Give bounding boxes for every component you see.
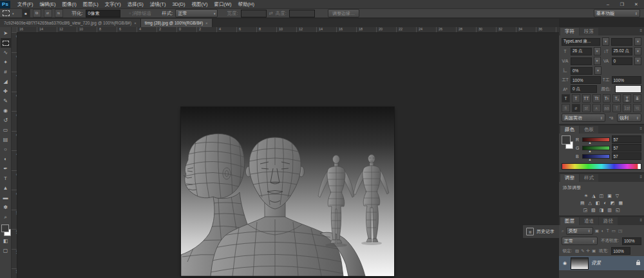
tab-路径[interactable]: 路径 bbox=[599, 217, 618, 225]
panel-menu-icon[interactable]: ≡ bbox=[639, 218, 642, 222]
selection-intersect-button[interactable]: ⧅ bbox=[55, 9, 63, 17]
brush-tool[interactable]: ✎ bbox=[1, 96, 11, 106]
exposure-icon[interactable]: ▣ bbox=[607, 194, 612, 199]
hue-saturation-icon[interactable]: ▤ bbox=[580, 201, 585, 206]
baseline-shift-input[interactable]: 0 点 bbox=[571, 85, 597, 93]
channel-slider[interactable]: ▲ bbox=[582, 146, 610, 150]
panel-menu-icon[interactable]: ≡ bbox=[639, 175, 642, 179]
channel-value-input[interactable]: 57 bbox=[612, 135, 642, 143]
selection-subtract-button[interactable]: ⧄ bbox=[44, 9, 52, 17]
spot-healing-tool[interactable]: ✚ bbox=[1, 86, 11, 96]
tab-样式[interactable]: 样式 bbox=[580, 174, 598, 182]
foreground-color-swatch[interactable] bbox=[562, 135, 571, 144]
lock-pixels-icon[interactable]: ✎ bbox=[581, 248, 584, 253]
move-tool[interactable]: ➤ bbox=[1, 28, 11, 38]
leading-dropdown-icon[interactable]: ▼ bbox=[634, 47, 641, 55]
filter-type-icon[interactable]: T bbox=[607, 228, 609, 233]
threshold-icon[interactable]: ◨ bbox=[600, 208, 604, 213]
gradient-map-icon[interactable]: ▥ bbox=[607, 208, 612, 213]
vertical-ruler[interactable]: 86420246810121416 bbox=[12, 32, 17, 278]
screen-mode-button[interactable]: ▢ bbox=[1, 246, 11, 255]
type-style-button-1[interactable]: T bbox=[572, 94, 580, 103]
eyedropper-tool[interactable]: ◢ bbox=[1, 77, 11, 86]
history-brush-tool[interactable]: ↺ bbox=[1, 115, 11, 125]
tab-close-icon[interactable]: × bbox=[205, 21, 208, 25]
height-input[interactable] bbox=[289, 10, 315, 17]
proportional-spacing-dropdown-icon[interactable]: ▼ bbox=[594, 66, 601, 75]
font-family-dropdown-icon[interactable]: ▼ bbox=[602, 37, 609, 46]
menu-滤镜(T)[interactable]: 滤镜(T) bbox=[147, 1, 169, 8]
color-balance-icon[interactable]: △ bbox=[589, 201, 592, 206]
workspace-select[interactable]: 基本功能⇕ bbox=[594, 9, 640, 17]
type-style-button-4[interactable]: T¹ bbox=[603, 94, 611, 103]
channel-value-input[interactable]: 57 bbox=[612, 144, 642, 152]
menu-文件(F)[interactable]: 文件(F) bbox=[14, 1, 37, 8]
blur-tool[interactable]: ○ bbox=[1, 144, 11, 154]
tab-段落[interactable]: 段落 bbox=[580, 28, 598, 35]
layer-visibility-eye-icon[interactable]: ◉ bbox=[562, 261, 568, 266]
proportional-spacing-input[interactable]: 0% bbox=[571, 67, 592, 75]
tab-色板[interactable]: 色板 bbox=[580, 126, 598, 134]
feather-input[interactable]: 0像素 bbox=[86, 10, 120, 17]
minimize-button[interactable]: – bbox=[604, 2, 612, 6]
opentype-button-1[interactable]: ø bbox=[572, 104, 580, 112]
selective-color-icon[interactable]: ◱ bbox=[616, 208, 620, 213]
type-style-button-6[interactable]: T bbox=[623, 94, 631, 103]
menu-图像(I)[interactable]: 图像(I) bbox=[59, 1, 80, 8]
layer-filter-type-select[interactable]: 类型⇕ bbox=[566, 227, 593, 235]
horizontal-ruler[interactable]: 1614121086420246810121416182022242628303… bbox=[17, 27, 559, 33]
opacity-input[interactable]: 100% bbox=[622, 237, 641, 245]
zoom-tool[interactable]: ⌕ bbox=[1, 212, 11, 222]
menu-窗口(W)[interactable]: 窗口(W) bbox=[211, 1, 234, 8]
panel-menu-icon[interactable]: ≡ bbox=[639, 28, 642, 32]
antialias-checkbox[interactable]: ▫ 消除锯齿 bbox=[129, 10, 152, 17]
language-select[interactable]: 美国英语⇕ bbox=[562, 114, 605, 122]
menu-帮助(H)[interactable]: 帮助(H) bbox=[235, 1, 258, 8]
levels-icon[interactable]: ◮ bbox=[592, 194, 595, 199]
black-white-icon[interactable]: ◧ bbox=[596, 201, 600, 206]
horizontal-scale-input[interactable]: 100% bbox=[612, 76, 642, 84]
menu-视图(V)[interactable]: 视图(V) bbox=[188, 1, 211, 8]
path-selection-tool[interactable]: ▲ bbox=[1, 183, 11, 193]
curves-icon[interactable]: ◫ bbox=[600, 194, 604, 199]
opentype-button-2[interactable]: st bbox=[582, 104, 591, 112]
rectangular-marquee-tool[interactable] bbox=[1, 38, 11, 48]
slider-thumb-icon[interactable]: ▲ bbox=[589, 149, 592, 153]
color-panel-swatches[interactable] bbox=[562, 135, 573, 151]
menu-图层(L)[interactable]: 图层(L) bbox=[80, 1, 102, 8]
font-size-input[interactable]: 26 点 bbox=[571, 48, 592, 55]
kerning-dropdown-icon[interactable]: ▼ bbox=[594, 57, 601, 65]
opentype-button-4[interactable]: aa bbox=[603, 104, 611, 112]
panel-menu-icon[interactable]: ≡ bbox=[639, 126, 642, 130]
shape-tool[interactable]: ▬ bbox=[1, 193, 11, 203]
quick-mask-button[interactable]: ◧ bbox=[1, 236, 11, 246]
type-style-button-3[interactable]: Tt bbox=[592, 94, 601, 103]
canvas-document[interactable] bbox=[181, 107, 394, 276]
tab-调整[interactable]: 调整 bbox=[560, 174, 579, 182]
font-style-dropdown-icon[interactable]: ▼ bbox=[634, 37, 641, 46]
style-select[interactable]: 正常▾ bbox=[175, 9, 218, 17]
color-lookup-icon[interactable]: ▦ bbox=[618, 201, 623, 206]
width-input[interactable] bbox=[241, 10, 267, 17]
refine-edge-button[interactable]: 调整边缘… bbox=[328, 9, 359, 17]
slider-thumb-icon[interactable]: ▲ bbox=[589, 141, 592, 144]
type-style-button-5[interactable]: T₁ bbox=[612, 94, 621, 103]
vertical-scale-input[interactable]: 100% bbox=[571, 76, 601, 84]
gradient-tool[interactable]: ▤ bbox=[1, 135, 11, 144]
selection-add-button[interactable]: ⧉ bbox=[33, 9, 41, 17]
fill-input[interactable]: 100% bbox=[611, 247, 630, 255]
preset-dropdown-arrow-icon[interactable]: ▾ bbox=[12, 12, 14, 15]
foreground-color-swatch[interactable] bbox=[1, 224, 9, 232]
type-tool[interactable]: T bbox=[1, 174, 11, 183]
channel-value-input[interactable]: 57 bbox=[612, 152, 642, 160]
opentype-button-6[interactable]: 1st bbox=[623, 104, 631, 112]
type-style-button-7[interactable]: T bbox=[633, 94, 641, 103]
font-size-dropdown-icon[interactable]: ▼ bbox=[594, 47, 601, 55]
posterize-icon[interactable]: ▧ bbox=[591, 208, 596, 213]
filter-adjustment-icon[interactable]: ◐ bbox=[601, 228, 604, 233]
quick-selection-tool[interactable]: ✦ bbox=[1, 57, 11, 67]
crop-tool[interactable]: # bbox=[1, 67, 11, 77]
layer-thumbnail[interactable] bbox=[571, 257, 589, 270]
opentype-button-5[interactable]: T bbox=[612, 104, 621, 112]
pen-tool[interactable]: ✒ bbox=[1, 164, 11, 174]
